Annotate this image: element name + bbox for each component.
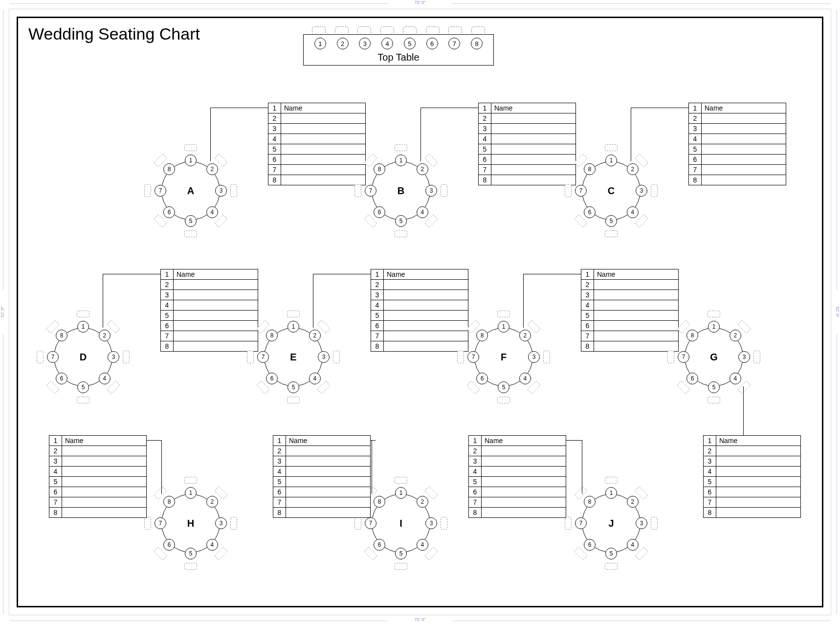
round-table-E[interactable]: E12345678 <box>249 313 337 401</box>
name-list-J[interactable]: 1Name2345678 <box>468 435 566 518</box>
name-list-G-row-8-name[interactable] <box>716 508 801 518</box>
name-list-E-row-5-name[interactable] <box>384 311 468 321</box>
name-list-C-row-3-name[interactable] <box>702 124 786 134</box>
name-list-I-row-1-name[interactable]: Name <box>286 436 371 446</box>
name-list-G-row-5-name[interactable] <box>716 477 801 487</box>
seat-3[interactable]: 3 <box>425 517 437 529</box>
name-list-C-row-4-name[interactable] <box>702 134 786 144</box>
seat-7[interactable]: 7 <box>155 185 166 197</box>
seat-6[interactable]: 6 <box>56 373 67 384</box>
seat-5[interactable]: 5 <box>185 215 197 227</box>
seat-6[interactable]: 6 <box>374 206 385 218</box>
round-table-H[interactable]: H12345678 <box>147 479 235 567</box>
name-list-H-row-2-name[interactable] <box>62 446 147 456</box>
name-list-I[interactable]: 1Name2345678 <box>273 435 371 518</box>
seat-6[interactable]: 6 <box>686 373 698 384</box>
name-list-J-row-2-name[interactable] <box>482 446 566 456</box>
name-list-H-row-6-name[interactable] <box>62 487 147 497</box>
seat-6[interactable]: 6 <box>374 539 385 551</box>
name-list-I-row-7-name[interactable] <box>286 497 371 508</box>
name-list-C-row-5-name[interactable] <box>702 144 786 155</box>
name-list-B-row-1-name[interactable]: Name <box>491 103 576 113</box>
name-list-J-row-6-name[interactable] <box>482 487 566 497</box>
top-seat-7[interactable]: 7 <box>448 38 460 49</box>
name-list-C-row-6-name[interactable] <box>702 155 786 165</box>
seat-1[interactable]: 1 <box>498 321 509 333</box>
name-list-F[interactable]: 1Name2345678 <box>581 269 679 352</box>
seat-6[interactable]: 6 <box>476 373 488 384</box>
seat-5[interactable]: 5 <box>185 548 197 559</box>
name-list-I-row-6-name[interactable] <box>286 487 371 497</box>
round-table-C[interactable]: C12345678 <box>567 147 655 235</box>
name-list-G-row-7-name[interactable] <box>716 497 801 508</box>
top-seat-2[interactable]: 2 <box>337 38 349 49</box>
name-list-D-row-5-name[interactable] <box>174 311 258 321</box>
round-table-G[interactable]: G12345678 <box>670 313 758 401</box>
seat-6[interactable]: 6 <box>163 206 175 218</box>
seat-7[interactable]: 7 <box>467 351 479 363</box>
name-list-E-row-3-name[interactable] <box>384 290 468 300</box>
seat-2[interactable]: 2 <box>729 330 741 341</box>
name-list-E-row-1-name[interactable]: Name <box>384 269 468 280</box>
name-list-B-row-5-name[interactable] <box>491 144 576 155</box>
name-list-C-row-8-name[interactable] <box>702 175 786 185</box>
seat-5[interactable]: 5 <box>605 548 617 559</box>
seat-7[interactable]: 7 <box>575 185 587 197</box>
name-list-B-row-3-name[interactable] <box>491 124 576 134</box>
top-seat-4[interactable]: 4 <box>381 38 393 49</box>
seat-4[interactable]: 4 <box>206 206 218 218</box>
top-seat-5[interactable]: 5 <box>404 38 416 49</box>
name-list-H-row-7-name[interactable] <box>62 497 147 508</box>
seat-1[interactable]: 1 <box>605 487 617 499</box>
seat-6[interactable]: 6 <box>584 206 596 218</box>
name-list-F-row-2-name[interactable] <box>594 280 679 290</box>
name-list-A-row-8-name[interactable] <box>281 175 366 185</box>
seat-3[interactable]: 3 <box>738 351 750 363</box>
top-seat-6[interactable]: 6 <box>426 38 438 49</box>
seat-3[interactable]: 3 <box>215 517 227 529</box>
round-table-D[interactable]: D12345678 <box>39 313 127 401</box>
seat-4[interactable]: 4 <box>99 373 111 384</box>
seat-6[interactable]: 6 <box>163 539 175 551</box>
name-list-J-row-8-name[interactable] <box>482 508 566 518</box>
name-list-C-row-1-name[interactable]: Name <box>702 103 786 113</box>
seat-3[interactable]: 3 <box>636 517 647 529</box>
seat-2[interactable]: 2 <box>99 330 111 341</box>
name-list-J-row-1-name[interactable]: Name <box>482 436 566 446</box>
seat-7[interactable]: 7 <box>47 351 59 363</box>
name-list-A[interactable]: 1Name2345678 <box>268 103 366 185</box>
seat-5[interactable]: 5 <box>498 381 509 393</box>
name-list-E-row-2-name[interactable] <box>384 280 468 290</box>
seat-2[interactable]: 2 <box>627 163 639 175</box>
seat-7[interactable]: 7 <box>365 517 376 529</box>
name-list-B-row-7-name[interactable] <box>491 165 576 175</box>
seat-4[interactable]: 4 <box>206 539 218 551</box>
name-list-B-row-4-name[interactable] <box>491 134 576 144</box>
name-list-A-row-1-name[interactable]: Name <box>281 103 366 113</box>
name-list-J-row-7-name[interactable] <box>482 497 566 508</box>
name-list-F-row-4-name[interactable] <box>594 300 679 311</box>
seat-2[interactable]: 2 <box>417 163 428 175</box>
seat-7[interactable]: 7 <box>257 351 269 363</box>
top-seat-3[interactable]: 3 <box>359 38 371 49</box>
seat-2[interactable]: 2 <box>519 330 531 341</box>
seat-5[interactable]: 5 <box>77 381 89 393</box>
seat-7[interactable]: 7 <box>575 517 587 529</box>
name-list-G[interactable]: 1Name2345678 <box>703 435 801 518</box>
name-list-F-row-3-name[interactable] <box>594 290 679 300</box>
name-list-F-row-6-name[interactable] <box>594 321 679 331</box>
seat-2[interactable]: 2 <box>309 330 321 341</box>
name-list-D-row-7-name[interactable] <box>174 331 258 341</box>
seat-4[interactable]: 4 <box>519 373 531 384</box>
seat-1[interactable]: 1 <box>708 321 720 333</box>
name-list-B[interactable]: 1Name2345678 <box>478 103 576 185</box>
name-list-F-row-7-name[interactable] <box>594 331 679 341</box>
round-table-J[interactable]: J12345678 <box>567 479 655 567</box>
top-seat-8[interactable]: 8 <box>471 38 483 49</box>
seat-1[interactable]: 1 <box>395 155 407 166</box>
name-list-F-row-1-name[interactable]: Name <box>594 269 679 280</box>
name-list-H-row-8-name[interactable] <box>62 508 147 518</box>
name-list-B-row-8-name[interactable] <box>491 175 576 185</box>
name-list-I-row-4-name[interactable] <box>286 467 371 477</box>
seat-3[interactable]: 3 <box>108 351 119 363</box>
